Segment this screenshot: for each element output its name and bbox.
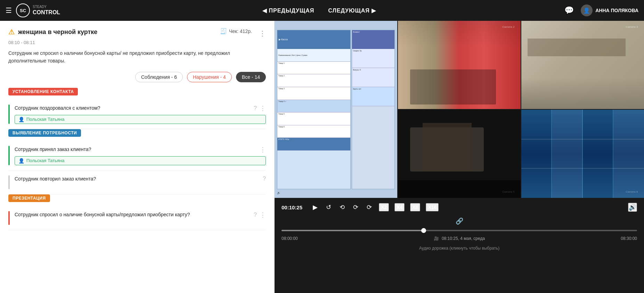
time-end: 08:30:00 (621, 236, 637, 241)
assignee-badge: 👤 Польская Татьяна (15, 156, 266, 165)
video-cell-cam2[interactable]: Camera 2 (398, 21, 521, 109)
question-bar (8, 211, 10, 225)
video-cell-pos[interactable]: ▶ Касса Наименование | Кол | Цена | Сумм… (275, 21, 397, 198)
question-col: Сотрудник спросил о наличие бонусной кар… (15, 211, 266, 219)
timeline-track[interactable] (282, 230, 637, 231)
camera-icon: 🎥 (434, 236, 439, 241)
speed-x8-button[interactable]: X8 (410, 203, 420, 211)
header: ☰ SC STEADY CONTROL ◀ ПРЕДЫДУЩАЯ СЛЕДУЮЩ… (0, 0, 644, 21)
receipt-label: Чек: 412р. (229, 28, 252, 34)
time-labels: 08:00:00 🎥 08:10:25, 4 мая, среда 08:30:… (282, 235, 637, 242)
main-content: ⚠ женщина в черной куртке 🧾 Чек: 412р. ⋮… (0, 21, 644, 293)
center-time: 08:10:25, 4 мая, среда (442, 236, 485, 241)
assignee-name: Польская Татьяна (26, 117, 64, 122)
logo-circle: SC (16, 3, 30, 17)
question-item: Сотрудник повторил заказ клиента? ? (8, 170, 266, 194)
receipt-badge: 🧾 Чек: 412р. (220, 28, 252, 34)
question-bar (8, 175, 10, 189)
assignee-icon: 👤 (18, 158, 24, 164)
skip-fwd-button[interactable]: ⟳ (352, 202, 360, 212)
user-icon: 👤 (583, 7, 590, 14)
video-controls: 00:10:25 ▶ ↺ ⟲ ⟳ ⟳ X2 X4 X8 X16 🔊 🔗 (275, 198, 644, 255)
left-panel: ⚠ женщина в черной куртке 🧾 Чек: 412р. ⋮… (0, 21, 275, 293)
speed-x16-button[interactable]: X16 (426, 203, 439, 211)
timeline[interactable] (282, 230, 637, 231)
volume-button[interactable]: 🔊 (628, 203, 637, 212)
more-icon[interactable]: ⋮ (260, 146, 266, 153)
speed-x2-button[interactable]: X2 (379, 203, 389, 211)
question-bar (8, 104, 10, 124)
menu-icon[interactable]: ☰ (6, 6, 12, 15)
time-center: 🎥 08:10:25, 4 мая, среда (434, 236, 485, 241)
category-presentation: ПРЕЗЕНТАЦИЯ (8, 194, 50, 202)
timeline-progress (282, 230, 424, 231)
time-display: 00:10:25 (282, 204, 306, 210)
category-contact: УСТАНОВЛЕНИЕ КОНТАКТА (8, 88, 78, 95)
link-button[interactable]: 🔗 (454, 216, 465, 226)
play-button[interactable]: ▶ (311, 202, 319, 212)
incident-title: ⚠ женщина в черной куртке (8, 28, 97, 36)
incident-time: 08:10 - 08:11 (8, 40, 266, 45)
filter-tabs: Соблюдения - 6 Нарушения - 4 Все - 14 (8, 72, 266, 82)
more-icon[interactable]: ⋮ (260, 104, 266, 112)
question-text: Сотрудник принял заказ клиента? (15, 146, 255, 153)
more-icon[interactable]: ⋮ (260, 211, 266, 219)
logo-control: CONTROL (33, 9, 60, 16)
question-actions: ? ⋮ (254, 104, 266, 112)
incident-description: Сотрудник не спросил о наличии бонусной … (8, 49, 266, 65)
user-info[interactable]: 👤 АННА ПОЛЯКОВА (581, 5, 638, 16)
skip-back-button[interactable]: ⟲ (338, 202, 346, 212)
skip-fwd2-button[interactable]: ⟳ (365, 202, 373, 212)
question-text: Сотрудник повторил заказ клиента? (15, 175, 259, 183)
question-bar (8, 146, 10, 165)
filter-all[interactable]: Все - 14 (236, 72, 266, 82)
speed-x4-button[interactable]: X4 (394, 203, 405, 211)
incident-header: ⚠ женщина в черной куртке 🧾 Чек: 412р. ⋮ (8, 28, 266, 39)
warning-icon: ⚠ (8, 28, 15, 36)
question-col: Сотрудник поздоровался с клиентом? ? ⋮ 👤… (15, 104, 266, 124)
question-item: Сотрудник спросил о наличие бонусной кар… (8, 206, 266, 230)
question-actions: ? ⋮ (254, 211, 266, 219)
question-col: Сотрудник принял заказ клиента? ⋮ 👤 Поль… (15, 146, 266, 165)
help-icon[interactable]: ? (254, 212, 257, 218)
assignee-name: Польская Татьяна (26, 158, 64, 163)
video-cell-cam3[interactable]: Camera 3 (521, 21, 644, 109)
incident-title-text: женщина в черной куртке (18, 28, 97, 36)
rewind-button[interactable]: ↺ (325, 202, 333, 212)
user-name: АННА ПОЛЯКОВА (595, 8, 638, 13)
assignee-icon: 👤 (18, 117, 24, 122)
right-panel: ▶ Касса Наименование | Кол | Цена | Сумм… (275, 21, 644, 293)
timeline-thumb[interactable] (421, 228, 426, 233)
nav-center: ◀ ПРЕДЫДУЩАЯ СЛЕДУЮЩАЯ ▶ (74, 7, 564, 14)
question-actions: ⋮ (260, 146, 266, 153)
video-cell-cam4[interactable]: Camera 5 (398, 110, 521, 198)
logo: SC STEADY CONTROL (16, 3, 60, 17)
more-options-icon[interactable]: ⋮ (259, 29, 266, 37)
question-text: Сотрудник поздоровался с клиентом? (15, 104, 250, 112)
help-icon[interactable]: ? (254, 105, 257, 111)
filter-compliances[interactable]: Соблюдения - 6 (135, 72, 183, 82)
controls-row1: 00:10:25 ▶ ↺ ⟲ ⟳ ⟳ X2 X4 X8 X16 🔊 (282, 202, 637, 212)
category-needs: ВЫЯВЛЕНИЕ ПОТРЕБНОСТИ (8, 129, 81, 137)
logo-text: STEADY CONTROL (33, 5, 60, 16)
nav-next-button[interactable]: СЛЕДУЮЩАЯ ▶ (328, 7, 376, 14)
video-grid: ▶ Касса Наименование | Кол | Цена | Сумм… (275, 21, 644, 198)
question-text: Сотрудник спросил о наличие бонусной кар… (15, 211, 250, 218)
logo-sc: SC (20, 8, 26, 13)
filter-violations[interactable]: Нарушения - 4 (187, 72, 232, 82)
receipt-icon: 🧾 (220, 28, 227, 34)
question-actions: ? (263, 176, 266, 182)
avatar: 👤 (581, 5, 593, 16)
logo-steady: STEADY (33, 5, 60, 9)
chat-icon[interactable]: 💬 (564, 6, 574, 15)
time-start: 08:00:00 (282, 236, 298, 241)
video-cell-cam5[interactable]: Camera 6 (521, 110, 644, 198)
controls-row2: 🔗 (282, 216, 637, 226)
question-item: Сотрудник поздоровался с клиентом? ? ⋮ 👤… (8, 100, 266, 129)
nav-right: 💬 👤 АННА ПОЛЯКОВА (564, 5, 638, 16)
question-col: Сотрудник повторил заказ клиента? ? (15, 175, 266, 183)
audio-hint[interactable]: Аудио дорожка (кликнуть чтобы выбрать) (282, 246, 637, 251)
nav-prev-button[interactable]: ◀ ПРЕДЫДУЩАЯ (262, 7, 314, 14)
help-icon[interactable]: ? (263, 176, 266, 182)
assignee-badge: 👤 Польская Татьяна (15, 115, 266, 124)
